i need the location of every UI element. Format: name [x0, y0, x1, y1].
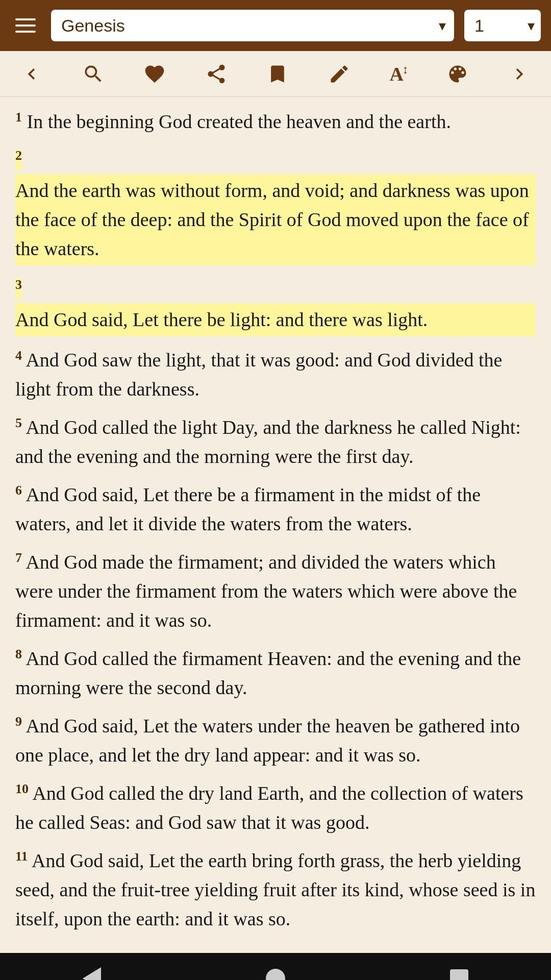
bookmark-button[interactable] — [261, 58, 294, 90]
verse-10[interactable]: 10 And God called the dry land Earth, an… — [15, 779, 536, 837]
verse-text: And God called the firmament Heaven: and… — [15, 648, 521, 698]
verse-number: 4 — [15, 348, 22, 363]
chevron-left-icon — [20, 63, 43, 85]
verse-4[interactable]: 4 And God saw the light, that it was goo… — [15, 346, 536, 404]
font-size-button[interactable]: A↕ — [384, 58, 412, 90]
palette-icon — [446, 63, 469, 85]
favorite-button[interactable] — [138, 58, 171, 90]
back-button[interactable] — [67, 962, 116, 980]
back-icon — [83, 967, 101, 980]
font-size-icon: A↕ — [389, 63, 407, 85]
prev-button[interactable] — [15, 58, 48, 90]
search-icon — [82, 63, 105, 85]
edit-icon — [328, 63, 350, 85]
search-button[interactable] — [77, 58, 110, 90]
verse-11[interactable]: 11 And God said, Let the earth bring for… — [15, 846, 536, 934]
recents-button[interactable] — [435, 964, 484, 980]
palette-button[interactable] — [441, 58, 474, 90]
chevron-right-icon — [508, 63, 531, 85]
verse-text: And God called the dry land Earth, and t… — [15, 782, 523, 833]
verse-number: 9 — [15, 714, 22, 729]
share-icon — [205, 63, 228, 85]
verse-number: 1 — [15, 110, 22, 125]
verse-number: 6 — [15, 483, 22, 498]
verse-text: And the earth was without form, and void… — [15, 174, 536, 265]
verse-7[interactable]: 7 And God made the firmament; and divide… — [15, 548, 536, 635]
verse-8[interactable]: 8 And God called the firmament Heaven: a… — [15, 644, 536, 702]
top-bar: Genesis Exodus Leviticus Numbers Deutero… — [0, 0, 551, 51]
verse-text: And God called the light Day, and the da… — [15, 416, 521, 467]
next-button[interactable] — [503, 58, 536, 90]
verse-number: 7 — [15, 550, 22, 565]
toolbar: A↕ — [0, 51, 551, 97]
verse-5[interactable]: 5 And God called the light Day, and the … — [15, 413, 536, 471]
bookmark-icon — [266, 63, 289, 85]
bible-content: 1 In the beginning God created the heave… — [0, 97, 551, 953]
verse-text: And God said, Let there be light: and th… — [15, 303, 536, 336]
verse-text: And God said, Let there be a firmament i… — [15, 484, 481, 534]
verse-number: 10 — [15, 781, 29, 796]
recents-icon — [450, 969, 468, 980]
edit-button[interactable] — [323, 58, 356, 90]
verse-number: 3 — [15, 277, 22, 292]
verse-number: 8 — [15, 647, 22, 662]
verse-number: 2 — [15, 148, 22, 163]
verse-text: And God said, Let the earth bring forth … — [15, 850, 535, 929]
verse-3[interactable]: 3 And God said, Let there be light: and … — [15, 275, 536, 336]
verse-number: 5 — [15, 415, 22, 430]
share-button[interactable] — [200, 58, 233, 90]
verse-number: 11 — [15, 849, 28, 864]
verse-2[interactable]: 2 And the earth was without form, and vo… — [15, 145, 536, 265]
heart-icon — [143, 63, 166, 85]
verse-6[interactable]: 6 And God said, Let there be a firmament… — [15, 480, 536, 538]
verse-9[interactable]: 9 And God said, Let the waters under the… — [15, 712, 536, 770]
home-button[interactable] — [251, 964, 300, 980]
verse-1[interactable]: 1 In the beginning God created the heave… — [15, 107, 536, 136]
verse-text: And God saw the light, that it was good:… — [15, 349, 502, 400]
menu-button[interactable] — [10, 13, 41, 38]
book-select[interactable]: Genesis Exodus Leviticus Numbers Deutero… — [51, 10, 454, 41]
chapter-selector-container: 12345 678910 1112131415 1617181920 21222… — [464, 10, 541, 41]
chapter-select[interactable]: 12345 678910 1112131415 1617181920 21222… — [464, 10, 541, 41]
book-selector-container: Genesis Exodus Leviticus Numbers Deutero… — [51, 10, 454, 41]
verse-text: And God made the firmament; and divided … — [15, 551, 517, 631]
home-icon — [266, 969, 285, 980]
bottom-bar — [0, 953, 551, 980]
verse-text: And God said, Let the waters under the h… — [15, 715, 520, 766]
verse-text: In the beginning God created the heaven … — [22, 111, 451, 132]
